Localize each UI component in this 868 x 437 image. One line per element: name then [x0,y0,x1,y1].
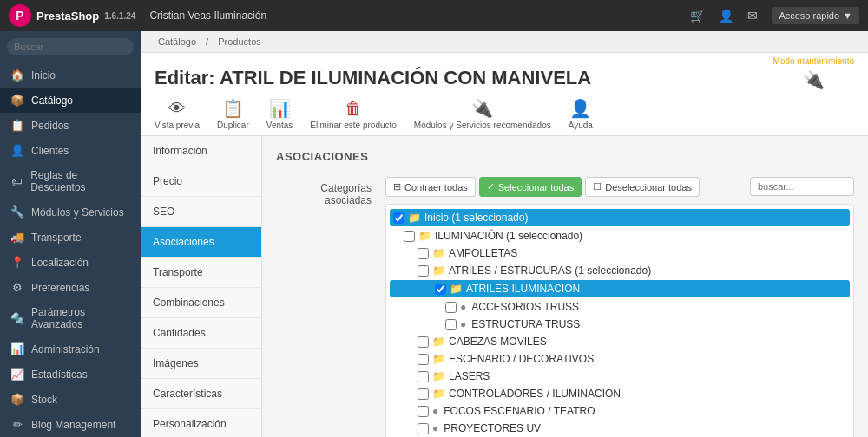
quick-access-button[interactable]: Acceso rápido ▼ [772,7,859,24]
tree-checkbox-cabezas-moviles[interactable] [418,336,429,348]
maintenance-label: Modo mantenimiento [773,56,854,66]
vista-previa-action[interactable]: 👁 Vista previa [155,99,200,130]
sidebar-item-label: Transporte [31,232,82,244]
seleccionar-todas-button[interactable]: ✓ Seleccionar todas [479,177,582,197]
folder-icon: 📁 [432,388,445,400]
sidebar-item-reglas[interactable]: 🏷 Reglas de Descuentos [0,163,141,199]
folder-icon: 📁 [432,353,445,365]
envelope-icon[interactable]: ✉ [747,9,758,23]
tree-checkbox-controladores[interactable] [418,388,429,400]
ayuda-action[interactable]: 👤 Ayuda [569,98,593,130]
tree-checkbox-atriles-iluminacion[interactable] [435,284,446,295]
sidebar-item-inicio[interactable]: 🏠 Inicio [0,62,141,88]
tree-item-ampolletas[interactable]: 📁 AMPOLLETAS [386,245,853,262]
tab-imagenes[interactable]: Imágenes [141,349,261,379]
tab-personalizacion[interactable]: Personalización [141,409,261,437]
tree-search-input[interactable] [750,177,854,196]
modules-icon: 🔧 [10,205,24,218]
cart-icon[interactable]: 🛒 [690,9,705,23]
tree-checkbox-lasers[interactable] [418,371,429,382]
contraer-todas-button[interactable]: ⊟ Contraer todas [385,177,476,197]
tree-checkbox-focos[interactable] [418,406,429,417]
tree-item-label: ATRILES / ESTRUCURAS (1 seleccionado) [449,264,651,277]
preferences-icon: ⚙ [10,281,24,294]
sidebar-item-preferencias[interactable]: ⚙ Preferencias [0,275,141,300]
tree-checkbox-estructura-truss[interactable] [445,319,457,330]
tree-item-lasers[interactable]: 📁 LASERS [386,368,853,385]
tree-item-label: LASERS [449,370,490,382]
sidebar-item-modulos[interactable]: 🔧 Módulos y Servicios [0,199,141,225]
sidebar-item-label: Blog Management [31,419,115,431]
clients-icon: 👤 [10,144,24,157]
sales-icon: 📊 [269,98,291,119]
stats-icon: 📈 [10,368,24,381]
tree-item-label: CONTROLADORES / ILUMINACION [449,388,621,400]
sidebar-item-label: Preferencias [31,282,89,294]
main-content: Catálogo / Productos Modo mantenimiento … [141,31,868,437]
sidebar-item-transporte[interactable]: 🚚 Transporte [0,225,141,250]
tab-seo[interactable]: SEO [141,197,261,227]
breadcrumb-catalog[interactable]: Catálogo [158,36,196,47]
tree-checkbox-ampolletas[interactable] [418,248,429,259]
sidebar-item-estadisticas[interactable]: 📈 Estadísticas [0,362,141,387]
trash-icon: 🗑 [345,99,362,119]
section-title: ASOCIACIONES [276,150,854,163]
tree-item-proyectores[interactable]: ● PROYECTORES UV [386,420,853,437]
breadcrumb-productos[interactable]: Productos [218,36,261,47]
tree-item-atriles-estrucuras[interactable]: 📁 ATRILES / ESTRUCURAS (1 seleccionado) [386,262,853,279]
deseleccionar-todas-button[interactable]: ☐ Deseleccionar todas [585,177,700,197]
eliminar-action[interactable]: 🗑 Eliminar este producto [310,99,397,130]
duplicar-action[interactable]: 📋 Duplicar [217,98,249,130]
tree-item-escenario-decorativos[interactable]: 📁 ESCENARIO / DECORATIVOS [386,350,853,368]
user-icon[interactable]: 👤 [719,9,733,23]
modulos-label: Módulos y Servicios recomendados [414,121,551,130]
search-input[interactable] [7,38,134,55]
sidebar-item-clientes[interactable]: 👤 Clientes [0,138,141,163]
category-tree: 📁 Inicio (1 seleccionado) 📁 ILUMINACIÓN … [385,204,854,437]
tree-item-label: FOCOS ESCENARIO / TEATRO [444,405,595,417]
tree-item-cabezas-moviles[interactable]: 📁 CABEZAS MOVILES [386,333,853,350]
logo: P PrestaShop 1.6.1.24 [9,4,135,27]
main-layout: 🏠 Inicio 📦 Catálogo 📋 Pedidos 👤 Clientes… [0,31,868,437]
sidebar-item-localizacion[interactable]: 📍 Localización [0,250,141,275]
tree-checkbox-escenario-decorativos[interactable] [418,354,429,365]
tree-item-atriles-iluminacion[interactable]: 📁 ATRILES ILUMINACION [390,280,850,297]
tree-checkbox-iluminacion[interactable] [404,231,415,242]
sidebar-item-parametros[interactable]: 🔩 Parámetros Avanzados [0,300,141,336]
seleccionar-label: Seleccionar todas [498,182,574,192]
categories-widget: ⊟ Contraer todas ✓ Seleccionar todas ☐ D… [385,177,854,437]
sidebar-item-administracion[interactable]: 📊 Administración [0,336,141,362]
tab-combinaciones[interactable]: Combinaciones [141,288,261,318]
tree-checkbox-proyectores[interactable] [418,423,429,434]
plugin-icon: 🔌 [471,98,493,119]
tab-cantidades[interactable]: Cantidades [141,318,261,349]
tab-precio[interactable]: Precio [141,166,261,197]
tree-item-inicio[interactable]: 📁 Inicio (1 seleccionado) [390,209,850,226]
sidebar-search-container [0,31,141,62]
logo-icon: P [9,4,31,27]
tab-caracteristicas[interactable]: Características [141,379,261,409]
sidebar-item-pedidos[interactable]: 📋 Pedidos [0,113,141,138]
ventas-action[interactable]: 📊 Ventas [266,98,293,130]
tree-item-focos[interactable]: ● FOCOS ESCENARIO / TEATRO [386,402,853,420]
shop-name: Cristian Veas Iluminación [149,10,266,22]
tree-item-estructura-truss[interactable]: ● ESTRUCTURA TRUSS [386,316,853,333]
sidebar: 🏠 Inicio 📦 Catálogo 📋 Pedidos 👤 Clientes… [0,31,141,437]
tree-checkbox-atriles-estrucuras[interactable] [418,265,429,277]
duplicate-icon: 📋 [222,98,244,119]
tab-transporte[interactable]: Transporte [141,258,261,288]
tree-checkbox-accesorios-truss[interactable] [445,302,457,313]
tree-item-controladores[interactable]: 📁 CONTROLADORES / ILUMINACION [386,385,853,402]
sidebar-item-catalogo[interactable]: 📦 Catálogo [0,88,141,113]
sidebar-item-label: Inicio [31,69,56,82]
bullet-icon: ● [460,301,466,313]
tree-checkbox-inicio[interactable] [393,212,404,224]
tree-item-accesorios-truss[interactable]: ● ACCESORIOS TRUSS [386,298,853,316]
tree-item-iluminacion[interactable]: 📁 ILUMINACIÓN (1 seleccionado) [386,227,853,245]
modulos-action[interactable]: 🔌 Módulos y Servicios recomendados [414,98,551,130]
sidebar-item-stock[interactable]: 📦 Stock [0,387,141,412]
tab-asociaciones[interactable]: Asociaciones [141,227,261,258]
location-icon: 📍 [10,256,24,269]
tab-informacion[interactable]: Información [141,136,261,166]
sidebar-item-blog[interactable]: ✏ Blog Management [0,412,141,437]
